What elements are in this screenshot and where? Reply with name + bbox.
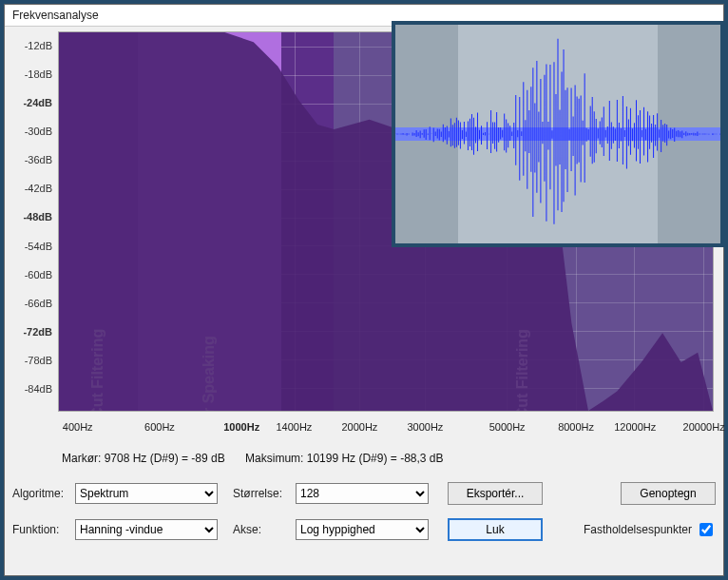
close-button[interactable]: Luk xyxy=(448,518,543,541)
x-tick: 20000Hz xyxy=(683,421,725,433)
size-label: Størrelse: xyxy=(233,487,290,500)
algorithm-label: Algoritme: xyxy=(12,487,69,500)
x-axis: 400Hz600Hz1000Hz1400Hz2000Hz3000Hz5000Hz… xyxy=(58,414,714,440)
pin-checkbox[interactable] xyxy=(699,523,713,536)
y-tick: -72dB xyxy=(23,326,52,338)
axis-select[interactable]: Log hyppighed xyxy=(296,519,429,540)
y-tick: -12dB xyxy=(25,40,52,51)
pin-checkbox-wrap[interactable]: Fastholdelsespunkter xyxy=(584,520,716,539)
redraw-button[interactable]: Genoptegn xyxy=(621,482,716,505)
function-label: Funktion: xyxy=(12,523,69,536)
waveform-svg xyxy=(395,25,720,243)
y-tick: -66dB xyxy=(25,298,52,309)
y-tick: -30dB xyxy=(25,126,52,137)
x-tick: 8000Hz xyxy=(558,421,594,433)
y-axis: -12dB-18dB-24dB-30dB-36dB-42dB-48dB-54dB… xyxy=(14,31,56,412)
cursor-info: Markør: 9708 Hz (D#9) = -89 dB xyxy=(62,452,225,465)
y-tick: -84dB xyxy=(25,383,52,395)
controls-row-2: Funktion: Hanning -vindue Akse: Log hypp… xyxy=(12,516,716,543)
function-select[interactable]: Hanning -vindue xyxy=(75,519,218,540)
y-tick: -48dB xyxy=(23,211,52,222)
pin-label: Fastholdelsespunkter xyxy=(584,523,692,536)
y-tick: -18dB xyxy=(25,68,52,80)
y-tick: -78dB xyxy=(25,355,52,366)
y-tick: -24dB xyxy=(23,97,52,108)
x-tick: 1000Hz xyxy=(223,421,259,433)
axis-label: Akse: xyxy=(233,523,290,536)
y-tick: -36dB xyxy=(25,154,52,165)
algorithm-select[interactable]: Spektrum xyxy=(75,483,218,504)
controls-row-1: Algoritme: Spektrum Størrelse: 128 Ekspo… xyxy=(12,480,716,507)
info-line: Markør: 9708 Hz (D#9) = -89 dB Maksimum:… xyxy=(62,452,714,471)
x-tick: 600Hz xyxy=(144,421,175,433)
waveform-inset xyxy=(392,21,724,247)
x-tick: 12000Hz xyxy=(614,421,656,433)
x-tick: 2000Hz xyxy=(341,421,377,433)
y-tick: -42dB xyxy=(25,183,52,194)
x-tick: 3000Hz xyxy=(407,421,443,433)
y-tick: -60dB xyxy=(25,269,52,280)
export-button[interactable]: Eksportér... xyxy=(448,482,543,505)
max-info: Maksimum: 10199 Hz (D#9) = -88,3 dB xyxy=(245,452,443,465)
x-tick: 400Hz xyxy=(63,421,93,433)
size-select[interactable]: 128 xyxy=(296,483,429,504)
x-tick: 5000Hz xyxy=(489,421,526,433)
y-tick: -54dB xyxy=(25,241,52,252)
x-tick: 1400Hz xyxy=(276,421,312,433)
